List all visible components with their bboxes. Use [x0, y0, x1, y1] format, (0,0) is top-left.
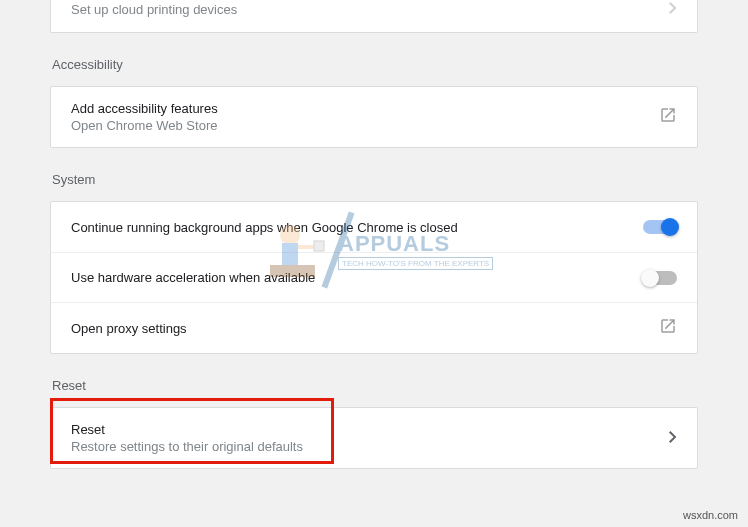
source-label: wsxdn.com [683, 509, 738, 521]
accessibility-header: Accessibility [52, 57, 698, 72]
add-accessibility-row[interactable]: Add accessibility features Open Chrome W… [51, 87, 697, 147]
external-link-icon [659, 106, 677, 128]
background-apps-row: Continue running background apps when Go… [51, 202, 697, 252]
background-apps-title: Continue running background apps when Go… [71, 220, 458, 235]
background-apps-toggle[interactable] [643, 220, 677, 234]
proxy-settings-title: Open proxy settings [71, 321, 187, 336]
hardware-accel-toggle[interactable] [643, 271, 677, 285]
external-link-icon [659, 317, 677, 339]
cloud-print-subtitle: Set up cloud printing devices [71, 2, 237, 17]
reset-title: Reset [71, 422, 303, 437]
proxy-settings-row[interactable]: Open proxy settings [51, 302, 697, 353]
cloud-print-card[interactable]: Set up cloud printing devices [50, 0, 698, 33]
accessibility-card: Add accessibility features Open Chrome W… [50, 86, 698, 148]
reset-row[interactable]: Reset Restore settings to their original… [51, 408, 697, 468]
system-card: Continue running background apps when Go… [50, 201, 698, 354]
chevron-right-icon [669, 429, 677, 447]
add-accessibility-title: Add accessibility features [71, 101, 218, 116]
reset-card: Reset Restore settings to their original… [50, 407, 698, 469]
add-accessibility-subtitle: Open Chrome Web Store [71, 118, 218, 133]
reset-subtitle: Restore settings to their original defau… [71, 439, 303, 454]
system-header: System [52, 172, 698, 187]
reset-header: Reset [52, 378, 698, 393]
chevron-right-icon [669, 0, 677, 18]
hardware-accel-title: Use hardware acceleration when available [71, 270, 315, 285]
hardware-accel-row: Use hardware acceleration when available [51, 252, 697, 302]
